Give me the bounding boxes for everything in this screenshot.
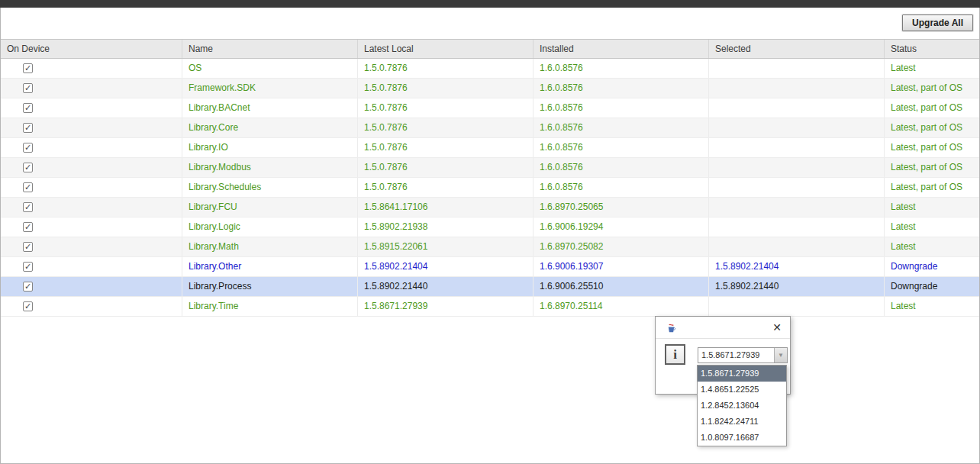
cell-on-device: ✓ (1, 237, 182, 256)
cell-status: Latest, part of OS (885, 118, 979, 137)
table-row[interactable]: ✓ Library.Math 1.5.8915.22061 1.6.8970.2… (1, 237, 979, 257)
on-device-checkbox[interactable]: ✓ (23, 103, 33, 113)
check-icon: ✓ (24, 243, 31, 251)
chevron-down-icon[interactable]: ▼ (774, 348, 787, 362)
on-device-checkbox[interactable]: ✓ (23, 262, 33, 272)
cell-status: Latest, part of OS (885, 98, 979, 118)
column-header-latest-local[interactable]: Latest Local (358, 40, 534, 58)
on-device-checkbox[interactable]: ✓ (23, 222, 33, 232)
version-combobox[interactable]: 1.5.8671.27939 ▼ (698, 347, 788, 363)
version-option[interactable]: 1.2.8452.13604 (698, 398, 786, 414)
table-row[interactable]: ✓ Library.Process 1.5.8902.21440 1.6.900… (1, 277, 979, 297)
check-icon: ✓ (24, 223, 31, 231)
on-device-checkbox[interactable]: ✓ (23, 282, 33, 292)
check-icon: ✓ (24, 104, 31, 112)
cell-name: Library.BACnet (182, 98, 358, 118)
version-option[interactable]: 1.0.8097.16687 (698, 430, 786, 446)
toolbar: Upgrade All (1, 8, 979, 39)
on-device-checkbox[interactable]: ✓ (23, 182, 33, 192)
cell-status: Latest, part of OS (885, 79, 979, 98)
cell-name: Library.Math (182, 237, 358, 256)
cell-installed: 1.6.8970.25082 (534, 237, 709, 256)
cell-latest-local: 1.5.0.7876 (358, 79, 534, 98)
cell-latest-local: 1.5.0.7876 (358, 118, 534, 137)
table-row[interactable]: ✓ Library.Logic 1.5.8902.21938 1.6.9006.… (1, 218, 979, 237)
column-header-status[interactable]: Status (885, 40, 979, 58)
cell-installed: 1.6.0.8576 (534, 138, 709, 157)
cell-latest-local: 1.5.8902.21404 (358, 257, 534, 276)
table-row[interactable]: ✓ Library.Modbus 1.5.0.7876 1.6.0.8576 L… (1, 158, 979, 178)
main-panel: Upgrade All On Device Name Latest Local … (0, 8, 980, 464)
column-header-name[interactable]: Name (182, 40, 358, 58)
on-device-checkbox[interactable]: ✓ (23, 63, 33, 73)
table-row[interactable]: ✓ OS 1.5.0.7876 1.6.0.8576 Latest (1, 59, 979, 79)
version-option[interactable]: 1.5.8671.27939 (698, 366, 786, 382)
info-icon: i (665, 344, 685, 365)
cell-name: Library.Schedules (182, 178, 358, 197)
cell-on-device: ✓ (1, 118, 182, 137)
cell-on-device: ✓ (1, 79, 182, 98)
cell-selected: 1.5.8902.21404 (709, 257, 885, 276)
table-row[interactable]: ✓ Library.Time 1.5.8671.27939 1.6.8970.2… (1, 297, 979, 317)
on-device-checkbox[interactable]: ✓ (23, 301, 33, 311)
cell-status: Latest, part of OS (885, 138, 979, 157)
version-option[interactable]: 1.4.8651.22525 (698, 382, 786, 398)
table-row[interactable]: ✓ Library.Other 1.5.8902.21404 1.6.9006.… (1, 257, 979, 277)
cell-selected: 1.5.8902.21440 (709, 277, 885, 296)
cell-latest-local: 1.5.0.7876 (358, 98, 534, 118)
on-device-checkbox[interactable]: ✓ (23, 83, 33, 93)
check-icon: ✓ (24, 282, 31, 291)
cell-status: Latest (885, 59, 979, 78)
cell-on-device: ✓ (1, 198, 182, 217)
cell-selected (709, 237, 885, 256)
cell-name: Library.Modbus (182, 158, 358, 177)
version-option[interactable]: 1.1.8242.24711 (698, 414, 786, 430)
cell-installed: 1.6.9006.19307 (534, 257, 709, 276)
column-header-selected[interactable]: Selected (709, 40, 885, 58)
cell-selected (709, 198, 885, 217)
on-device-checkbox[interactable]: ✓ (23, 202, 33, 212)
cell-status: Latest (885, 218, 979, 237)
table-row[interactable]: ✓ Library.Core 1.5.0.7876 1.6.0.8576 Lat… (1, 118, 979, 138)
on-device-checkbox[interactable]: ✓ (23, 123, 33, 133)
cell-latest-local: 1.5.0.7876 (358, 59, 534, 78)
update-manager-screen: Upgrade All On Device Name Latest Local … (0, 0, 980, 464)
cell-status: Latest, part of OS (885, 158, 979, 177)
cell-selected (709, 297, 885, 316)
on-device-checkbox[interactable]: ✓ (23, 242, 33, 252)
on-device-checkbox[interactable]: ✓ (23, 163, 33, 172)
table-row[interactable]: ✓ Framework.SDK 1.5.0.7876 1.6.0.8576 La… (1, 79, 979, 98)
cell-selected (709, 118, 885, 137)
check-icon: ✓ (24, 163, 31, 172)
cell-name: Framework.SDK (182, 79, 358, 98)
cell-status: Latest (885, 297, 979, 316)
cell-latest-local: 1.5.0.7876 (358, 138, 534, 157)
cell-on-device: ✓ (1, 59, 182, 78)
cell-installed: 1.6.0.8576 (534, 98, 709, 118)
check-icon: ✓ (24, 263, 31, 271)
cell-status: Latest (885, 237, 979, 256)
upgrade-all-button[interactable]: Upgrade All (902, 14, 973, 31)
check-icon: ✓ (24, 124, 31, 132)
cell-name: Library.Other (182, 257, 358, 276)
table-row[interactable]: ✓ Library.Schedules 1.5.0.7876 1.6.0.857… (1, 178, 979, 198)
cell-selected (709, 178, 885, 197)
table-row[interactable]: ✓ Library.FCU 1.5.8641.17106 1.6.8970.25… (1, 198, 979, 218)
column-header-installed[interactable]: Installed (534, 40, 709, 58)
cell-installed: 1.6.0.8576 (534, 118, 709, 137)
cell-name: OS (182, 59, 358, 78)
cell-installed: 1.6.0.8576 (534, 178, 709, 197)
table-row[interactable]: ✓ Library.IO 1.5.0.7876 1.6.0.8576 Lates… (1, 138, 979, 158)
cell-installed: 1.6.0.8576 (534, 59, 709, 78)
cell-installed: 1.6.0.8576 (534, 158, 709, 177)
cell-selected (709, 79, 885, 98)
cell-selected (709, 138, 885, 157)
on-device-checkbox[interactable]: ✓ (23, 143, 33, 153)
close-icon[interactable]: ✕ (770, 321, 784, 334)
cell-installed: 1.6.8970.25065 (534, 198, 709, 217)
column-header-on-device[interactable]: On Device (1, 40, 182, 58)
table-row[interactable]: ✓ Library.BACnet 1.5.0.7876 1.6.0.8576 L… (1, 98, 979, 118)
cell-installed: 1.6.0.8576 (534, 79, 709, 98)
cell-selected (709, 59, 885, 78)
check-icon: ✓ (24, 64, 31, 72)
